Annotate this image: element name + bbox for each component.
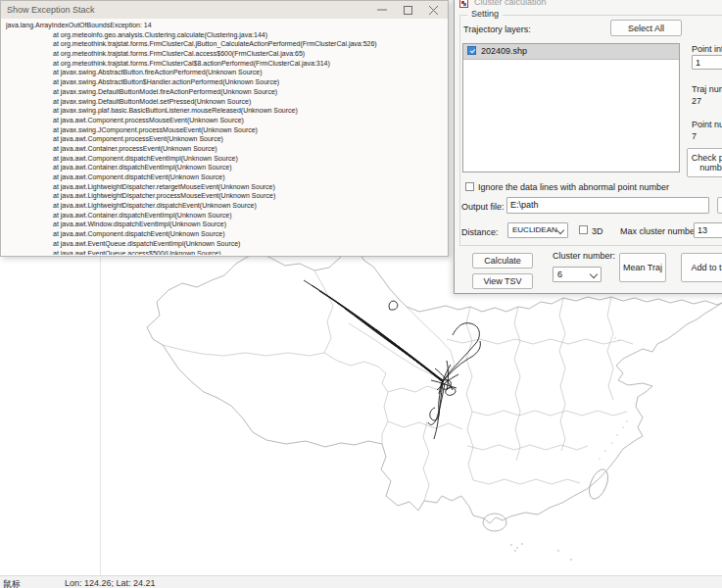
- stack-trace-panel[interactable]: java.lang.ArrayIndexOutOfBoundsException…: [2, 19, 447, 255]
- trajectory-layers-label: Trajectory layers:: [463, 24, 531, 34]
- stack-trace-line: at java.awt.EventQueue.access$500(Unknow…: [6, 249, 447, 256]
- trajectory-layer-list[interactable]: 202409.shp: [462, 43, 680, 172]
- threed-label: 3D: [592, 226, 603, 236]
- stack-trace-line: at javax.swing.AbstractButton.fireAction…: [6, 68, 447, 77]
- view-tsv-button[interactable]: View TSV: [472, 273, 533, 289]
- stack-trace-line: at java.awt.Container.dispatchEventImpl(…: [6, 211, 447, 220]
- minimize-icon[interactable]: [377, 5, 387, 15]
- exception-window-titlebar[interactable]: Show Exception Stack: [1, 1, 448, 19]
- browse-output-button[interactable]: [717, 197, 722, 214]
- stack-trace-line: at org.meteothink.trajstat.forms.FrmClus…: [6, 59, 447, 69]
- point-interval-input[interactable]: 1: [692, 55, 722, 70]
- stack-trace-line: at org.meteothink.trajstat.forms.FrmClus…: [6, 39, 447, 49]
- cluster-number-label: Cluster number:: [553, 251, 615, 261]
- point-number-value: 7: [692, 131, 697, 141]
- stack-trace-line: at org.meteoinfo.geo.analysis.Clustering…: [6, 30, 447, 40]
- cluster-number-combobox[interactable]: 6: [553, 267, 602, 282]
- ignore-abnormal-label: Ignore the data lines with abnormal poin…: [478, 182, 669, 192]
- output-file-input[interactable]: E:\path: [506, 197, 709, 214]
- stack-trace-line: at java.awt.EventQueue.dispatchEventImpl…: [6, 239, 447, 249]
- status-coordinates: Lon: 124.26; Lat: 24.21: [65, 578, 156, 588]
- stack-trace-line: at java.awt.Container.processEvent(Unkno…: [6, 144, 447, 154]
- mean-traj-button[interactable]: Mean Traj: [619, 253, 666, 282]
- stack-trace-line: at javax.swing.JComponent.processMouseEv…: [6, 125, 447, 135]
- max-cluster-number-label: Max cluster number:: [620, 226, 700, 236]
- traj-number-value: 27: [692, 96, 701, 106]
- app-icon: [459, 0, 468, 8]
- select-all-button[interactable]: Select All: [610, 20, 682, 36]
- list-item[interactable]: 202409.shp: [463, 44, 679, 60]
- check-point-number-button[interactable]: Check point number: [687, 148, 722, 177]
- maximize-icon[interactable]: [404, 6, 412, 15]
- distance-value: EUCLIDEAN: [512, 225, 557, 234]
- stack-trace-line: at java.awt.LightweightDispatcher.dispat…: [6, 201, 447, 211]
- stack-trace-line: at java.awt.Component.processEvent(Unkno…: [6, 134, 447, 144]
- stack-trace-line: at javax.swing.plaf.basic.BasicButtonLis…: [6, 106, 447, 116]
- small-islands: [510, 337, 627, 560]
- stack-trace-line: at java.awt.Window.dispatchEventImpl(Unk…: [6, 220, 447, 229]
- chevron-down-icon: [590, 270, 598, 278]
- output-file-label: Output file:: [461, 202, 505, 212]
- stack-trace-line: at java.awt.Component.dispatchEventImpl(…: [6, 154, 447, 164]
- chevron-down-icon: [556, 226, 564, 234]
- stack-trace-line: at javax.swing.AbstractButton$Handler.ac…: [6, 77, 447, 87]
- cluster-calculation-dialog: Cluster calculation Setting Trajectory l…: [454, 0, 722, 294]
- setting-group-label: Setting: [467, 9, 503, 19]
- cluster-number-value: 6: [557, 270, 562, 279]
- stack-trace-line: at java.awt.LightweightDispatcher.retarg…: [6, 182, 447, 192]
- traj-number-label: Traj number:: [692, 84, 722, 94]
- threed-checkbox[interactable]: [579, 225, 588, 234]
- add-to-traj-button[interactable]: Add to traj: [681, 253, 722, 282]
- status-bar: 鼠标 Lon: 124.26; Lat: 24.21: [0, 575, 722, 588]
- stack-trace-line: java.lang.ArrayIndexOutOfBoundsException…: [6, 21, 447, 30]
- stack-trace-line: at org.meteothink.trajstat.forms.FrmClus…: [6, 49, 447, 59]
- calculate-button[interactable]: Calculate: [472, 253, 533, 269]
- close-icon[interactable]: [429, 6, 438, 15]
- max-cluster-number-input[interactable]: 13: [694, 222, 722, 238]
- layer-name: 202409.shp: [481, 46, 527, 56]
- stack-trace-line: at javax.swing.DefaultButtonModel.fireAc…: [6, 87, 447, 97]
- point-interval-label: Point interval:: [692, 44, 722, 54]
- ignore-abnormal-checkbox[interactable]: [465, 182, 474, 191]
- distance-combobox[interactable]: EUCLIDEAN: [507, 222, 568, 238]
- point-number-label: Point number:: [692, 120, 722, 129]
- exception-window: Show Exception Stack java.lang.ArrayInde…: [0, 0, 449, 257]
- layer-checkbox[interactable]: [467, 46, 476, 55]
- stack-trace-line: at java.awt.Component.dispatchEvent(Unkn…: [6, 172, 447, 182]
- stack-trace-line: at javax.swing.DefaultButtonModel.setPre…: [6, 97, 447, 107]
- distance-label: Distance:: [461, 227, 499, 237]
- stack-trace-line: at java.awt.Component.processMouseEvent(…: [6, 116, 447, 125]
- status-tool-label: 鼠标: [3, 578, 21, 588]
- exception-window-title: Show Exception Stack: [7, 5, 95, 15]
- stack-trace-line: at java.awt.Container.dispatchEventImpl(…: [6, 163, 447, 172]
- stack-trace-line: at java.awt.LightweightDispatcher.proces…: [6, 191, 447, 201]
- cluster-dialog-title: Cluster calculation: [474, 0, 547, 7]
- stack-trace-line: at java.awt.Component.dispatchEvent(Unkn…: [6, 229, 447, 239]
- trajectory-lines: [304, 280, 480, 439]
